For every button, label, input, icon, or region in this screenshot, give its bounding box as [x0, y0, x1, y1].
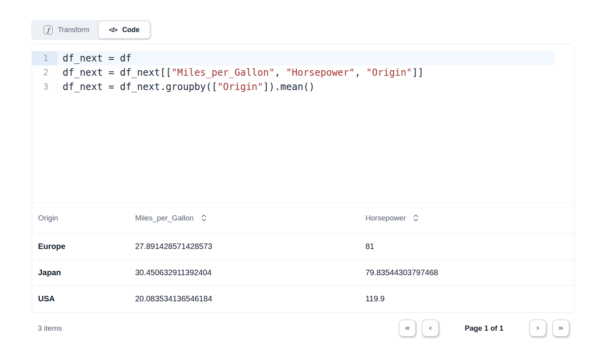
cell-mpg: 30.450632911392404 — [129, 259, 360, 285]
table-row: Japan 30.450632911392404 79.835443037974… — [32, 259, 574, 285]
pagination-controls: « ‹ Page 1 of 1 › » — [399, 320, 569, 337]
tab-transform-label: Transform — [58, 26, 89, 34]
function-icon: ƒ — [44, 25, 53, 34]
code-text: ]] — [412, 67, 423, 78]
string-token: "Origin" — [217, 81, 263, 92]
code-text: df_next = df_next.groupby([ — [63, 81, 217, 92]
column-label: Origin — [38, 214, 58, 222]
cell-origin: USA — [32, 285, 129, 312]
table-header-row: Origin Miles_per_Gallon Horse — [32, 203, 574, 233]
code-and-result-panel: 1 df_next = df 2 df_next = df_next[["Mil… — [32, 44, 574, 313]
line-number: 2 — [32, 65, 57, 80]
string-token: "Origin" — [366, 67, 412, 78]
code-text: df_next = df_next[[ — [63, 67, 172, 78]
column-label: Miles_per_Gallon — [135, 214, 194, 222]
tab-code[interactable]: </> Code — [99, 21, 150, 38]
column-label: Horsepower — [366, 214, 406, 222]
table-row: Europe 27.891428571428573 81 — [32, 233, 574, 259]
column-header-miles-per-gallon[interactable]: Miles_per_Gallon — [129, 203, 360, 233]
sort-icon[interactable] — [201, 214, 207, 222]
page-indicator: Page 1 of 1 — [461, 324, 507, 333]
first-page-button[interactable]: « — [399, 320, 416, 337]
column-header-origin: Origin — [32, 203, 129, 233]
cell-origin: Europe — [32, 233, 129, 259]
code-editor[interactable]: 1 df_next = df 2 df_next = df_next[["Mil… — [32, 44, 574, 203]
pagination-bar: 3 items « ‹ Page 1 of 1 › » — [32, 317, 574, 339]
line-number: 1 — [32, 51, 57, 65]
view-toggle-tabbar: ƒ Transform </> Code — [31, 20, 151, 40]
cell-horsepower: 119.9 — [360, 285, 574, 312]
result-table: Origin Miles_per_Gallon Horse — [32, 203, 574, 312]
cell-mpg: 20.083534136546184 — [129, 285, 360, 312]
cell-horsepower: 81 — [360, 233, 574, 259]
cell-origin: Japan — [32, 259, 129, 285]
cell-horsepower: 79.83544303797468 — [360, 259, 574, 285]
table-row: USA 20.083534136546184 119.9 — [32, 285, 574, 312]
string-token: "Miles_per_Gallon" — [172, 67, 275, 78]
line-number: 3 — [32, 80, 57, 94]
column-header-horsepower[interactable]: Horsepower — [360, 203, 574, 233]
code-brackets-icon: </> — [109, 26, 117, 34]
transform-cell: ƒ Transform </> Code 1 df_next = df 2 df… — [0, 0, 601, 364]
code-line: 2 df_next = df_next[["Miles_per_Gallon",… — [32, 65, 574, 80]
code-text: df_next = df — [63, 53, 131, 64]
last-page-button[interactable]: » — [552, 320, 569, 337]
string-token: "Horsepower" — [286, 67, 355, 78]
code-text: , — [355, 67, 366, 78]
code-text: ]).mean() — [263, 81, 315, 92]
next-page-button[interactable]: › — [529, 320, 546, 337]
code-text: , — [275, 67, 286, 78]
tab-code-label: Code — [122, 26, 140, 34]
code-line: 1 df_next = df — [32, 51, 574, 65]
previous-page-button[interactable]: ‹ — [422, 320, 439, 337]
cell-mpg: 27.891428571428573 — [129, 233, 360, 259]
code-line: 3 df_next = df_next.groupby(["Origin"]).… — [32, 80, 574, 94]
sort-icon[interactable] — [413, 214, 419, 222]
tab-transform[interactable]: ƒ Transform — [33, 21, 99, 38]
items-count: 3 items — [38, 324, 62, 333]
